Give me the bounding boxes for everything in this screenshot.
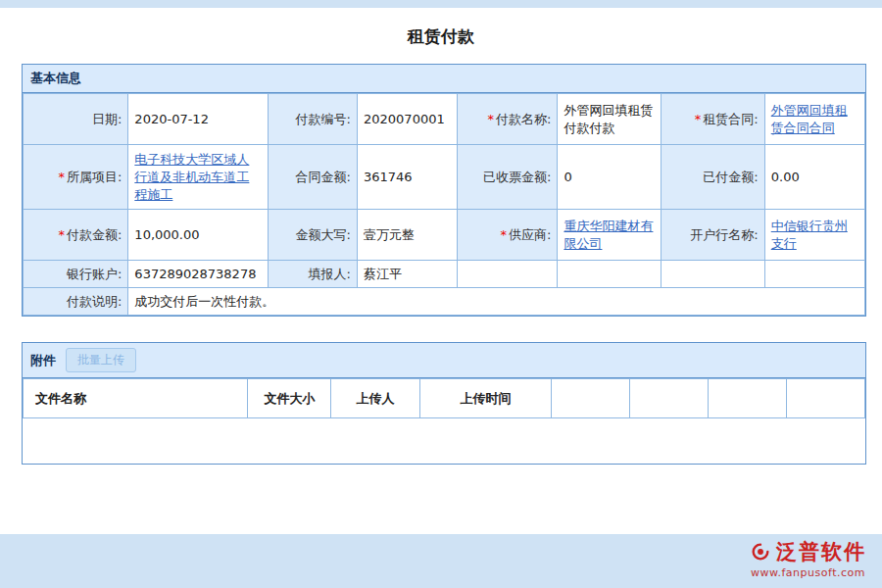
required-asterisk: * [695,112,702,126]
attachments-empty-body [23,418,865,464]
label-payment-amount: *付款金额: [24,210,128,261]
column-file-size: 文件大小 [248,379,331,418]
value-payment-amount: 10,000.00 [128,210,269,261]
field-label: 开户行名称: [690,227,758,242]
label-amount-in-words: 金额大写: [268,210,357,261]
attachments-title: 附件 [30,352,56,369]
footer-brand: 泛普软件 www.fanpusoft.com [750,538,866,579]
bank-name-link[interactable]: 中信银行贵州支行 [771,219,848,251]
attachments-header-row: 文件名称 文件大小 上传人 上传时间 [24,379,865,418]
attachments-header: 附件 批量上传 [23,343,865,378]
required-asterisk: * [58,170,65,184]
field-label: 付款编号: [296,112,351,126]
table-row: 银行账户: 637289028738278 填报人: 蔡江平 [24,261,865,288]
label-supplier: *供应商: [458,210,558,261]
field-label: 付款名称: [496,112,551,126]
field-label: 租赁合同: [703,112,758,126]
column-upload-time: 上传时间 [419,379,552,418]
value-bank-account: 637289028738278 [128,261,269,288]
value-invoiced-amount: 0 [558,145,662,210]
value-lease-contract: 外管网回填租赁合同合同 [764,94,864,145]
label-date: 日期: [24,94,128,145]
label-payment-name: *付款名称: [458,94,558,145]
label-invoiced-amount: 已收票金额: [458,145,558,210]
empty-column [630,379,709,418]
label-bank-name: 开户行名称: [662,210,765,261]
value-preparer: 蔡江平 [358,261,458,288]
page-title: 租赁付款 [0,8,882,64]
field-label: 金额大写: [296,227,351,242]
attachments-table: 文件名称 文件大小 上传人 上传时间 [23,378,865,418]
empty-cell [458,261,558,288]
field-label: 银行账户: [67,267,122,281]
empty-cell [558,261,662,288]
value-paid-amount: 0.00 [764,145,864,210]
value-contract-amount: 361746 [358,145,458,210]
field-label: 合同金额: [296,170,351,184]
supplier-link[interactable]: 重庆华阳建材有限公司 [564,219,653,251]
column-file-name: 文件名称 [24,379,248,418]
required-asterisk: * [501,227,508,242]
empty-column [709,379,787,418]
brand-name: 泛普软件 [776,538,866,565]
label-bank-account: 银行账户: [24,261,128,288]
label-payment-number: 付款编号: [268,94,357,145]
value-payment-name: 外管网回填租赁付款付款 [558,94,662,145]
fanpu-logo-icon [750,541,771,563]
batch-upload-button[interactable]: 批量上传 [66,348,136,372]
basic-info-table: 日期: 2020-07-12 付款编号: 2020070001 *付款名称: 外… [23,93,865,316]
label-payment-note: 付款说明: [24,288,128,316]
attachments-section: 附件 批量上传 文件名称 文件大小 上传人 上传时间 [22,342,866,465]
table-row: *所属项目: 电子科技大学区域人行道及非机动车道工程施工 合同金额: 36174… [24,145,865,210]
basic-info-header: 基本信息 [23,65,865,93]
empty-cell [764,261,864,288]
field-label: 填报人: [309,267,351,281]
lease-contract-link[interactable]: 外管网回填租赁合同合同 [771,103,848,135]
value-bank-name: 中信银行贵州支行 [764,210,864,261]
field-label: 已收票金额: [483,170,551,184]
basic-info-section: 基本信息 日期: 2020-07-12 付款编号: 2020070001 *付款… [22,64,866,317]
field-label: 付款金额: [67,227,122,242]
value-project: 电子科技大学区域人行道及非机动车道工程施工 [128,145,269,210]
label-paid-amount: 已付金额: [662,145,765,210]
value-date: 2020-07-12 [128,94,269,145]
label-project: *所属项目: [24,145,128,210]
main-panel: 租赁付款 基本信息 日期: 2020-07-12 付款编号: 202007000… [0,8,882,534]
label-lease-contract: *租赁合同: [662,94,765,145]
field-label: 所属项目: [67,170,122,184]
field-label: 付款说明: [67,294,122,309]
value-supplier: 重庆华阳建材有限公司 [558,210,662,261]
value-amount-in-words: 壹万元整 [358,210,458,261]
field-label: 供应商: [509,227,551,242]
required-asterisk: * [488,112,495,126]
empty-column [552,379,630,418]
empty-column [787,379,865,418]
table-row: 日期: 2020-07-12 付款编号: 2020070001 *付款名称: 外… [24,94,865,145]
table-row: 付款说明: 成功交付后一次性付款。 [24,288,865,316]
project-link[interactable]: 电子科技大学区域人行道及非机动车道工程施工 [134,152,249,202]
table-row: *付款金额: 10,000.00 金额大写: 壹万元整 *供应商: 重庆华阳建材… [24,210,865,261]
label-contract-amount: 合同金额: [268,145,357,210]
column-uploader: 上传人 [331,379,419,418]
basic-info-title: 基本信息 [30,70,81,87]
value-payment-number: 2020070001 [358,94,458,145]
empty-cell [662,261,765,288]
brand-website[interactable]: www.fanpusoft.com [750,566,866,579]
field-label: 日期: [92,112,122,126]
required-asterisk: * [58,227,65,242]
value-payment-note: 成功交付后一次性付款。 [128,288,865,316]
label-preparer: 填报人: [268,261,357,288]
field-label: 已付金额: [703,170,758,184]
